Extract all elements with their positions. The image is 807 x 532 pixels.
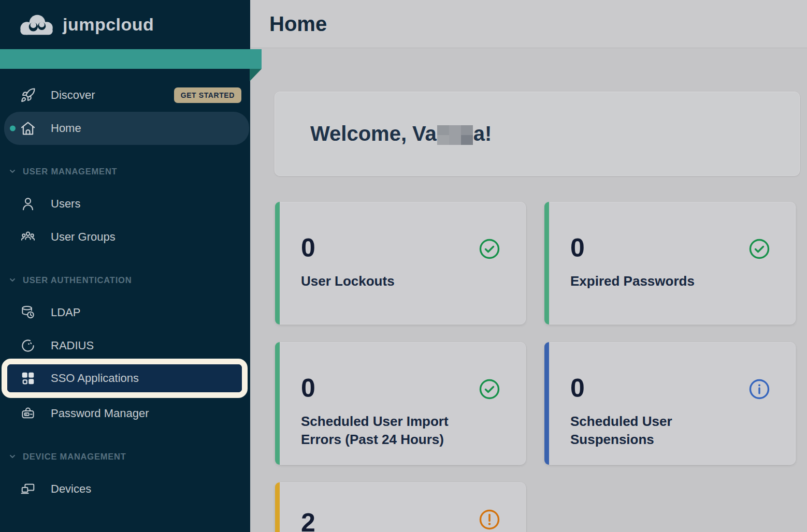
active-indicator-dot xyxy=(10,126,16,131)
password-vault-icon xyxy=(20,405,36,422)
radius-icon xyxy=(20,337,36,354)
card-warning-partial: 2 xyxy=(275,482,526,532)
sidebar-item-label: Password Manager xyxy=(51,407,149,420)
ldap-database-icon xyxy=(20,304,36,321)
sidebar-item-password-manager[interactable]: Password Manager xyxy=(0,397,250,430)
section-user-management[interactable]: USER MANAGEMENT xyxy=(0,164,250,179)
card-stripe xyxy=(275,202,280,324)
welcome-card: Welcome, Vaa! xyxy=(275,92,800,176)
card-stripe xyxy=(275,342,280,465)
logo-wordmark: jumpcloud xyxy=(63,14,154,35)
sso-grid-icon xyxy=(20,370,36,387)
tutorial-highlight-ring: SSO Applications xyxy=(2,359,248,398)
sidebar: jumpcloud Discover GET STARTED xyxy=(0,0,250,532)
sidebar-item-discover[interactable]: Discover GET STARTED xyxy=(0,79,250,112)
sidebar-item-user-groups[interactable]: User Groups xyxy=(0,220,250,254)
card-expired-passwords: 0 Expired Passwords xyxy=(544,202,796,324)
section-user-authentication[interactable]: USER AUTHENTICATION xyxy=(0,272,250,288)
info-circle-icon[interactable] xyxy=(749,379,770,400)
check-circle-icon xyxy=(749,239,770,259)
teal-ribbon xyxy=(0,49,262,69)
jumpcloud-logo[interactable]: jumpcloud xyxy=(0,0,250,49)
stat-value: 0 xyxy=(570,235,769,261)
card-scheduled-import-errors: 0 Scheduled User Import Errors (Past 24 … xyxy=(275,342,526,465)
check-circle-icon xyxy=(479,379,500,400)
section-device-management[interactable]: DEVICE MANAGEMENT xyxy=(0,449,250,464)
sidebar-item-label: Home xyxy=(51,122,81,135)
warning-circle-icon xyxy=(479,509,500,530)
stat-value: 0 xyxy=(301,235,499,261)
user-group-icon xyxy=(20,229,36,245)
sidebar-item-label: User Groups xyxy=(51,230,116,244)
sidebar-nav: Discover GET STARTED Home USER MANAGEMEN… xyxy=(0,49,250,506)
get-started-badge[interactable]: GET STARTED xyxy=(174,87,241,103)
sidebar-item-sso-applications[interactable]: SSO Applications xyxy=(7,364,242,392)
stat-value: 0 xyxy=(570,375,769,401)
chevron-down-icon xyxy=(8,167,17,175)
page-header: Home xyxy=(250,0,807,48)
sidebar-item-label: RADIUS xyxy=(51,339,94,352)
sidebar-item-label: Users xyxy=(51,197,80,211)
stat-value: 0 xyxy=(301,375,499,401)
section-title-label: USER MANAGEMENT xyxy=(23,167,118,176)
sidebar-item-label: Discover xyxy=(51,88,95,102)
redacted-name-block xyxy=(437,125,473,145)
welcome-suffix: a! xyxy=(473,122,492,145)
chevron-down-icon xyxy=(8,276,17,284)
welcome-message: Welcome, Vaa! xyxy=(310,122,492,145)
sidebar-item-radius[interactable]: RADIUS xyxy=(0,329,250,362)
card-stripe xyxy=(544,342,549,465)
stat-label: Scheduled User Suspensions xyxy=(570,412,752,449)
card-stripe xyxy=(275,482,280,532)
teal-ribbon-fold xyxy=(250,69,262,81)
sidebar-item-label: Devices xyxy=(51,482,91,496)
stat-value: 2 xyxy=(301,510,499,532)
sidebar-item-home[interactable]: Home xyxy=(4,112,249,145)
user-icon xyxy=(20,196,36,212)
card-stripe xyxy=(544,202,549,324)
chevron-down-icon xyxy=(8,452,17,461)
rocket-icon xyxy=(20,87,36,104)
sidebar-item-ldap[interactable]: LDAP xyxy=(0,296,250,329)
stat-label: User Lockouts xyxy=(301,272,482,290)
jumpcloud-cloud-icon xyxy=(18,12,56,38)
stat-label: Scheduled User Import Errors (Past 24 Ho… xyxy=(301,412,482,449)
home-icon xyxy=(20,120,36,137)
stat-cards-grid: 0 User Lockouts 0 Expired Passwords 0 Sc… xyxy=(275,202,807,532)
section-title-label: USER AUTHENTICATION xyxy=(23,275,132,285)
sidebar-item-label: LDAP xyxy=(51,306,80,319)
devices-icon xyxy=(20,481,36,497)
stat-label: Expired Passwords xyxy=(570,272,752,290)
welcome-prefix: Welcome, Va xyxy=(310,122,437,145)
card-user-lockouts: 0 User Lockouts xyxy=(275,202,526,324)
sidebar-item-users[interactable]: Users xyxy=(0,187,250,220)
sidebar-item-devices[interactable]: Devices xyxy=(0,472,250,506)
card-scheduled-user-suspensions: 0 Scheduled User Suspensions xyxy=(544,342,796,465)
main-content: Home Welcome, Vaa! 0 User Lockouts 0 Exp… xyxy=(250,0,807,532)
page-title: Home xyxy=(269,12,327,36)
sidebar-item-label: SSO Applications xyxy=(51,372,139,385)
section-title-label: DEVICE MANAGEMENT xyxy=(23,452,126,462)
check-circle-icon xyxy=(479,239,500,259)
